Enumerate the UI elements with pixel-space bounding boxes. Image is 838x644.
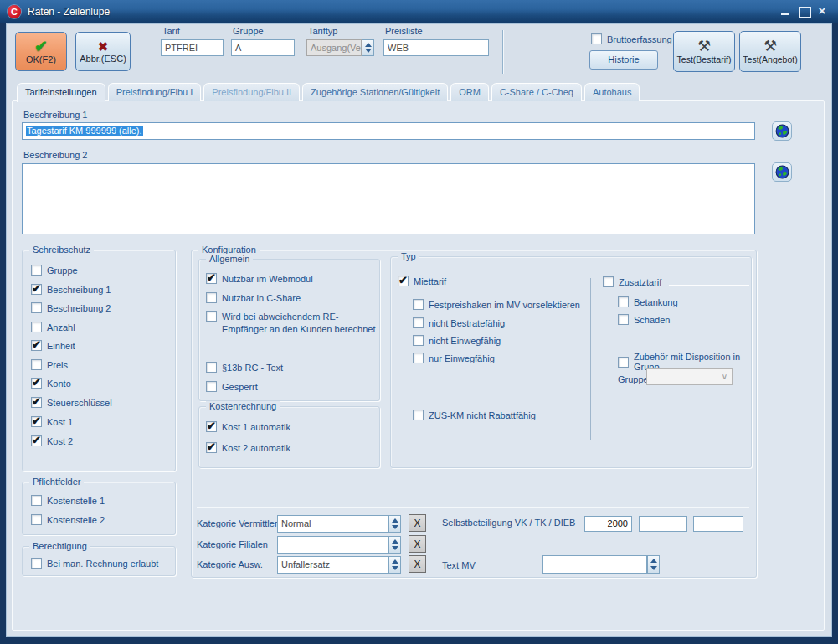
ok-button[interactable]: ✔ OK(F2) — [15, 32, 67, 71]
checkbox[interactable] — [413, 410, 424, 420]
tariftyp-select[interactable]: Ausgang(Ver — [306, 39, 362, 56]
checkbox-kost-2-automatik[interactable]: Kost 2 automatik — [206, 442, 290, 453]
beschreibung2-textarea[interactable] — [22, 163, 755, 234]
kategorie-ausw-clear-button[interactable]: X — [409, 555, 426, 573]
tab-preisfindung-fibu-1[interactable]: Preisfindung/Fibu I — [108, 83, 202, 101]
minimize-icon[interactable] — [779, 5, 791, 17]
text-mv-spinner[interactable] — [647, 555, 660, 574]
selbstbeteiligung-tk-input[interactable] — [639, 516, 687, 532]
selbstbeteiligung-dieb-input[interactable] — [693, 516, 743, 532]
checkbox[interactable] — [398, 276, 409, 286]
checkbox[interactable] — [206, 381, 217, 392]
checkbox-betankung[interactable]: Betankung — [618, 296, 678, 307]
checkbox-zus-km-nicht-rabattfaehig[interactable]: ZUS-KM nicht Rabattfähig — [413, 410, 536, 420]
checkbox-miettarif[interactable]: Miettarif — [398, 276, 446, 286]
close-icon[interactable]: × — [816, 5, 828, 17]
checkbox-kost-2[interactable]: Kost 2 — [31, 435, 73, 446]
historie-button[interactable]: Historie — [589, 50, 658, 70]
checkbox[interactable] — [31, 340, 42, 351]
checkbox[interactable] — [206, 292, 217, 303]
checkbox-bei-man-rechnung-erlaubt[interactable]: Bei man. Rechnung erlaubt — [31, 558, 158, 569]
checkbox-anzahl[interactable]: Anzahl — [31, 322, 75, 332]
beschreibung1-translate-button[interactable] — [772, 121, 792, 141]
checkbox-steuerschluessel[interactable]: Steuerschlüssel — [31, 397, 112, 408]
checkbox-gesperrt[interactable]: Gesperrt — [206, 381, 258, 392]
checkbox-festpreishaken[interactable]: Festpreishaken im MV vorselektieren — [413, 299, 580, 310]
kategorie-vermittler-clear-button[interactable]: X — [409, 514, 426, 532]
checkbox[interactable] — [413, 353, 424, 363]
checkbox[interactable] — [206, 362, 217, 373]
kategorie-ausw-spinner[interactable] — [388, 556, 401, 574]
kategorie-ausw-input[interactable]: Unfallersatz — [277, 556, 388, 574]
tariftyp-spinner[interactable] — [362, 39, 374, 56]
kategorie-filialen-input[interactable] — [277, 536, 388, 554]
beschreibung1-input[interactable]: Tagestarif KM 999999 (alle). — [22, 122, 755, 140]
checkbox-nur-einwegfaehig[interactable]: nur Einwegfähig — [413, 353, 495, 363]
checkbox-abweichender-re-empfaenger[interactable]: Wird bei abweichendem RE-Empfänger an de… — [206, 311, 378, 336]
checkbox-zusatztarif[interactable]: Zusatztarif — [603, 276, 661, 287]
checkbox[interactable] — [591, 33, 602, 44]
text-mv-select[interactable] — [542, 555, 647, 574]
kategorie-filialen-spinner[interactable] — [388, 536, 401, 554]
checkbox[interactable] — [413, 335, 424, 346]
checkbox[interactable] — [31, 378, 42, 389]
checkbox[interactable] — [413, 317, 424, 328]
gruppe-input[interactable]: A — [231, 39, 295, 56]
checkbox-nicht-einwegfaehig[interactable]: nicht Einwegfähig — [413, 335, 501, 346]
tarif-input[interactable]: PTFREI — [161, 39, 224, 56]
checkbox[interactable] — [31, 265, 42, 276]
checkbox[interactable] — [206, 442, 217, 453]
title-bar[interactable]: C Raten - Zeilenlupe × — [0, 0, 838, 23]
checkbox[interactable] — [618, 357, 629, 368]
tab-c-share-c-cheq[interactable]: C-Share / C-Cheq — [491, 83, 582, 101]
checkbox[interactable] — [603, 276, 614, 287]
checkbox-kostenstelle-2[interactable]: Kostenstelle 2 — [31, 514, 105, 525]
tab-zugehoerige-stationen[interactable]: Zugehörige Stationen/Gültigkeit — [302, 83, 448, 101]
checkbox-einheit[interactable]: Einheit — [31, 340, 75, 351]
kategorie-vermittler-input[interactable]: Normal — [277, 515, 388, 533]
checkbox[interactable] — [206, 421, 217, 432]
maximize-icon[interactable] — [798, 5, 810, 17]
checkbox[interactable] — [618, 314, 629, 325]
tab-orm[interactable]: ORM — [450, 83, 489, 101]
checkbox[interactable] — [31, 435, 42, 446]
bruttoerfassung-checkbox[interactable]: Bruttoerfassung — [591, 33, 672, 44]
checkbox-kostenstelle-1[interactable]: Kostenstelle 1 — [31, 495, 105, 506]
cancel-button[interactable]: ✖ Abbr.(ESC) — [75, 32, 131, 71]
checkbox-13b-rc-text[interactable]: §13b RC - Text — [206, 362, 283, 373]
tab-preisfindung-fibu-2[interactable]: Preisfindung/Fibu II — [203, 83, 300, 101]
zubehoer-gruppe-select[interactable] — [646, 368, 733, 385]
checkbox-schaeden[interactable]: Schäden — [618, 314, 670, 325]
selbstbeteiligung-vk-input[interactable]: 2000 — [584, 516, 632, 532]
test-besttarif-button[interactable]: ⚒ Test(Besttarif) — [673, 31, 735, 72]
checkbox[interactable] — [31, 302, 42, 313]
tab-tarifeinstellungen[interactable]: Tarifeinstellungen — [17, 83, 105, 102]
beschreibung2-translate-button[interactable] — [772, 162, 792, 182]
preisliste-input[interactable]: WEB — [383, 39, 489, 56]
checkbox-kost-1-automatik[interactable]: Kost 1 automatik — [206, 421, 290, 432]
checkbox-nutzbar-webmodul[interactable]: Nutzbar im Webmodul — [206, 273, 313, 284]
kategorie-vermittler-spinner[interactable] — [388, 515, 401, 533]
checkbox[interactable] — [206, 273, 217, 284]
checkbox-beschreibung-2[interactable]: Beschreibung 2 — [31, 302, 111, 313]
checkbox[interactable] — [31, 514, 42, 525]
kategorie-filialen-clear-button[interactable]: X — [409, 535, 426, 553]
checkbox[interactable] — [413, 299, 424, 310]
checkbox[interactable] — [31, 397, 42, 408]
checkbox[interactable] — [31, 558, 42, 569]
tab-autohaus[interactable]: Autohaus — [584, 83, 640, 101]
checkbox-beschreibung-1[interactable]: Beschreibung 1 — [31, 284, 111, 295]
checkbox[interactable] — [206, 311, 217, 322]
checkbox[interactable] — [31, 359, 42, 370]
checkbox-kost-1[interactable]: Kost 1 — [31, 416, 73, 427]
checkbox[interactable] — [31, 284, 42, 295]
checkbox-gruppe[interactable]: Gruppe — [31, 265, 78, 276]
checkbox[interactable] — [31, 495, 42, 506]
checkbox[interactable] — [618, 296, 629, 307]
checkbox-preis[interactable]: Preis — [31, 359, 68, 370]
checkbox[interactable] — [31, 416, 42, 427]
checkbox-nicht-bestratefaehig[interactable]: nicht Bestratefähig — [413, 317, 505, 328]
checkbox-nutzbar-c-share[interactable]: Nutzbar in C-Share — [206, 292, 301, 303]
checkbox[interactable] — [31, 322, 42, 332]
test-angebot-button[interactable]: ⚒ Test(Angebot) — [739, 31, 801, 72]
